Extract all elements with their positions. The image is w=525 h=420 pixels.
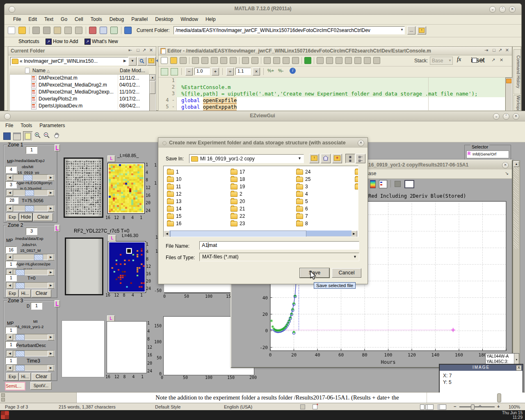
zoom-out-icon[interactable]: −	[454, 404, 456, 409]
slider-right-arrow[interactable]: ▶	[48, 269, 54, 276]
menu-window[interactable]: Window	[177, 15, 202, 23]
scroll-thumb[interactable]	[514, 167, 518, 249]
comment-percent-minus-icon[interactable]: %-	[278, 68, 283, 73]
back-icon[interactable]	[273, 57, 280, 64]
zone-hide-button[interactable]: Hi...	[19, 290, 31, 297]
language-setting[interactable]: English (USA)	[224, 404, 252, 409]
help-icon[interactable]	[124, 27, 132, 34]
shortcut-icon[interactable]: ↗	[84, 39, 91, 45]
folder-item[interactable]: 5	[296, 198, 354, 205]
cell-eval-advance-icon[interactable]	[354, 57, 361, 64]
redo-icon[interactable]	[75, 27, 82, 34]
folder-item[interactable]: 12	[167, 191, 224, 197]
slider-right-arrow[interactable]: ▶	[48, 254, 54, 260]
home-button[interactable]	[321, 154, 331, 163]
table-row[interactable]: DoverlayPlots2.m10/17/2...	[10, 96, 149, 103]
folder-item[interactable]: 6	[296, 205, 354, 212]
slider-left-arrow[interactable]: ◀	[7, 365, 13, 371]
decrease-value-button[interactable]: −	[185, 68, 193, 75]
folder-address-combo[interactable]: « InovImager_jwrCF_WINLinx150... ▶	[10, 57, 128, 66]
up-folder-button[interactable]: ↑	[147, 57, 156, 66]
shortcut-how-to-add[interactable]: How to Add	[53, 39, 78, 44]
comment-percent-plus-icon[interactable]: %+	[267, 68, 274, 73]
slider-left-arrow[interactable]: ◀	[7, 351, 13, 357]
chevron-down-icon[interactable]: ▼	[298, 156, 301, 160]
paste-icon[interactable]	[211, 57, 218, 64]
dock-icon[interactable]: ⇤	[128, 48, 132, 53]
mlint-icon[interactable]	[326, 57, 333, 64]
folder-item[interactable]: 11	[167, 183, 224, 190]
scroll-thumb[interactable]	[150, 81, 155, 94]
selector-field[interactable]: RInfd(Gene/Orf	[466, 151, 509, 158]
up-folder-button[interactable]: ↑	[417, 26, 426, 34]
code-editor[interactable]: 12%EstartConsole.m3%[file,path] = uiputf…	[158, 78, 505, 110]
menu-file[interactable]: File	[9, 15, 25, 23]
current-folder-path-input[interactable]: /media/data/EASY/InovImager_jwrCF_WINLin…	[173, 26, 405, 34]
zone-index-input[interactable]: 1	[31, 302, 42, 310]
files-of-type-select[interactable]: MAT-files (*.mat) ▼	[199, 253, 359, 261]
zone-exp-button[interactable]: Exp	[6, 290, 18, 297]
chevron-down-icon[interactable]: ▼	[353, 255, 357, 259]
close-panel-icon[interactable]: ✕	[149, 48, 153, 53]
zone-clear-button[interactable]: Clear	[32, 373, 51, 381]
folder-item[interactable]: 18	[231, 176, 288, 183]
grid-view-button[interactable]: ▦▦	[345, 154, 355, 163]
book-view-icon[interactable]	[437, 404, 446, 410]
slider-left-arrow[interactable]: ◀	[7, 283, 13, 289]
paste-icon[interactable]	[54, 27, 61, 34]
slider-right-arrow[interactable]: ▶	[48, 205, 54, 212]
chevron-down-icon[interactable]: ▼	[400, 28, 404, 32]
print-icon[interactable]	[13, 132, 21, 140]
cut-icon[interactable]	[32, 27, 40, 34]
table-row[interactable]: DMPexcel2mat_MediaDrug2exp...11/10/2...	[10, 89, 149, 96]
folder-item[interactable]: 17	[231, 169, 288, 175]
time-input[interactable]: 28	[5, 197, 18, 204]
time-input[interactable]: 1	[5, 274, 17, 281]
zone-index-input[interactable]: 1	[26, 146, 37, 154]
folder-item[interactable]: 20	[231, 198, 288, 205]
table-row[interactable]: DMPexcel2mat_MediaDrug2.m04/01/2...	[10, 82, 149, 89]
slider-thumb[interactable]	[23, 175, 32, 181]
copy-icon[interactable]	[201, 57, 208, 64]
dock-icon[interactable]: ⇥	[484, 48, 488, 53]
slider-right-arrow[interactable]: ▶	[48, 365, 54, 371]
folder-item[interactable]: 10	[167, 176, 224, 183]
folder-item[interactable]: 14	[167, 205, 224, 212]
folder-item[interactable]: 16	[167, 220, 224, 227]
slider-left-arrow[interactable]: ◀	[7, 175, 13, 181]
profiler-icon[interactable]	[110, 27, 118, 34]
folder-item[interactable]: 25	[296, 176, 354, 183]
multi-page-view-icon[interactable]	[427, 404, 434, 410]
time-input[interactable]: 1	[5, 357, 17, 364]
slider-thumb[interactable]	[16, 351, 25, 357]
zone-clear-button[interactable]: Clear	[32, 290, 51, 297]
folder-item[interactable]: 7	[296, 213, 354, 219]
minimize-icon[interactable]: ⌄	[493, 113, 500, 120]
menu-help[interactable]: Help	[202, 15, 219, 23]
find-icon[interactable]	[264, 57, 271, 64]
maximize-panel-icon[interactable]: □	[493, 48, 495, 52]
print-icon[interactable]	[242, 57, 249, 64]
media-count-input[interactable]: 3	[5, 181, 17, 188]
file-list-scrollbar[interactable]: ▲	[149, 74, 156, 111]
fx-icon[interactable]: fx	[457, 56, 461, 63]
tab-workspace[interactable]: Workspace	[514, 95, 521, 111]
folder-item[interactable]: 22	[231, 213, 288, 219]
zoom-in-button[interactable]	[34, 132, 42, 139]
matlab-titlebar[interactable]: MATLAB 7.12.0 (R2011a) ⌄ ⌃ ✕	[5, 4, 521, 15]
shortcuts-label[interactable]: Shortcuts	[18, 39, 39, 44]
simulink-icon[interactable]	[89, 27, 96, 34]
ezview-titlebar[interactable]: EZviewGui ⌄ ⌃ ✕	[0, 111, 525, 121]
table-row[interactable]: DpertsUploadDev.m08/04/2...	[10, 103, 149, 110]
file-name-input[interactable]: A1mat	[199, 241, 359, 250]
shortcut-whats-new[interactable]: What's New	[92, 39, 118, 44]
indent-icon[interactable]	[364, 57, 371, 64]
slider-left-arrow[interactable]: ◀	[7, 334, 13, 340]
folder-item[interactable]: 23	[231, 220, 288, 227]
cell-insert-below-icon[interactable]	[171, 68, 178, 75]
folder-item[interactable]: 8	[296, 220, 354, 227]
layout-select[interactable]: inset▼	[471, 57, 485, 64]
pan-button[interactable]	[53, 132, 61, 139]
menu-edit[interactable]: Edit	[25, 15, 41, 23]
slider-thumb[interactable]	[25, 205, 34, 212]
